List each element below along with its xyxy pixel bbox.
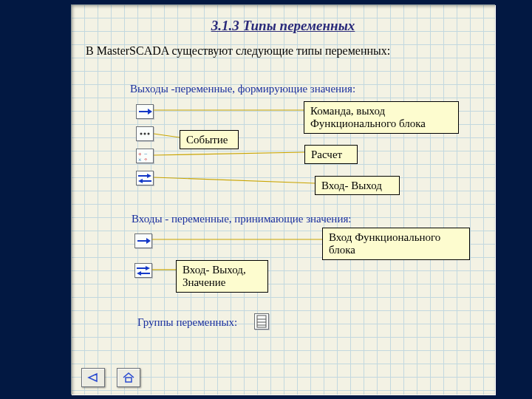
grid-paper: 3.1.3 Типы переменных В MasterSCADA суще… (71, 4, 495, 395)
svg-line-26 (154, 177, 315, 183)
svg-marker-29 (89, 374, 97, 381)
home-button[interactable] (117, 368, 140, 387)
home-icon (122, 372, 135, 383)
svg-line-24 (154, 134, 180, 137)
back-button[interactable] (81, 368, 105, 387)
triangle-left-icon (86, 372, 100, 383)
svg-line-25 (154, 152, 304, 155)
svg-rect-30 (126, 378, 132, 382)
nav-buttons (81, 368, 140, 387)
leader-lines (71, 4, 495, 395)
